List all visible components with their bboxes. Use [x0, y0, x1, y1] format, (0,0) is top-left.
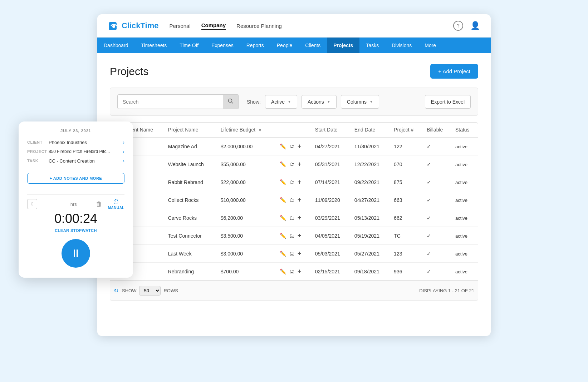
rows-per-page-select[interactable]: 50 25 100 — [139, 286, 161, 296]
hrs-label: hrs — [70, 202, 77, 207]
briefcase-icon[interactable]: 🗂 — [289, 179, 295, 185]
edit-icon[interactable]: ✏️ — [280, 197, 286, 203]
end-date-cell: 12/22/2021 — [351, 155, 390, 173]
add-icon[interactable]: + — [298, 250, 302, 257]
lifetime-budget-header[interactable]: Lifetime Budget ▼ — [217, 123, 276, 137]
row-action-icons: ✏️ 🗂 + — [280, 232, 308, 239]
briefcase-icon[interactable]: 🗂 — [289, 215, 295, 221]
project-num-cell: TC — [390, 227, 423, 245]
client-label: CLIENT — [27, 140, 49, 144]
project-arrow-icon[interactable]: › — [123, 149, 124, 154]
nav-time-off[interactable]: Time Off — [173, 38, 205, 53]
briefcase-icon[interactable]: 🗂 — [289, 268, 295, 274]
add-icon[interactable]: + — [298, 214, 302, 222]
logo[interactable]: ClickTime — [108, 21, 159, 31]
displaying-text: DISPLAYING 1 - 21 OF 21 — [419, 288, 474, 293]
status-cell: active — [452, 263, 478, 281]
lifetime-budget-cell: $3,000.00 — [217, 245, 276, 263]
table-row: › Collect Rocks $10,000.00 ✏️ 🗂 + 11/09/… — [110, 191, 478, 209]
nav-people[interactable]: People — [270, 38, 299, 53]
project-row: PROJECT 850 Firebird Pitch Firebird Pitc… — [27, 149, 124, 154]
client-value: Phoenix Industries — [49, 140, 123, 145]
nav-timesheets[interactable]: Timesheets — [135, 38, 173, 53]
nav-reports[interactable]: Reports — [240, 38, 270, 53]
add-icon[interactable]: + — [298, 196, 302, 204]
add-icon[interactable]: + — [298, 232, 302, 239]
pause-button[interactable]: ⏸ — [62, 239, 90, 268]
add-icon[interactable]: + — [298, 268, 302, 275]
actions-dropdown[interactable]: Actions ▼ — [302, 95, 337, 109]
edit-icon[interactable]: ✏️ — [280, 215, 286, 221]
status-badge: active — [455, 144, 467, 149]
nav-tasks[interactable]: Tasks — [359, 38, 385, 53]
billable-check-icon: ✓ — [427, 144, 431, 149]
status-badge: active — [455, 180, 467, 185]
main-content: Projects + Add Project Show: Active ▼ — [97, 53, 491, 312]
user-icon[interactable]: 👤 — [470, 21, 480, 30]
row-action-icons: ✏️ 🗂 + — [280, 178, 308, 186]
add-icon[interactable]: + — [298, 160, 302, 168]
search-button[interactable] — [223, 95, 239, 109]
nav-resource-planning[interactable]: Resource Planning — [236, 23, 282, 29]
nav-divisions[interactable]: Divisions — [385, 38, 418, 53]
briefcase-icon[interactable]: 🗂 — [289, 143, 295, 149]
refresh-icon[interactable]: ↻ — [114, 287, 118, 294]
export-button[interactable]: Export to Excel — [425, 95, 471, 109]
add-notes-button[interactable]: + ADD NOTES AND MORE — [27, 173, 124, 184]
search-input[interactable] — [118, 95, 223, 108]
help-icon[interactable]: ? — [453, 21, 463, 31]
status-cell: active — [452, 191, 478, 209]
briefcase-icon[interactable]: 🗂 — [289, 161, 295, 167]
edit-icon[interactable]: ✏️ — [280, 233, 286, 239]
nav-projects[interactable]: Projects — [327, 38, 359, 53]
edit-icon[interactable]: ✏️ — [280, 250, 286, 257]
page-header: Projects + Add Project — [110, 64, 478, 79]
nav-company[interactable]: Company — [201, 22, 226, 30]
actions-label: Actions — [308, 99, 324, 105]
manual-group[interactable]: ⏱ MANUAL — [108, 198, 124, 210]
status-cell: active — [452, 209, 478, 227]
add-icon[interactable]: + — [298, 178, 302, 186]
columns-dropdown[interactable]: Columns ▼ — [341, 95, 379, 109]
end-date-cell: 05/13/2021 — [351, 209, 390, 227]
table-row: › Rabbit Rebrand $22,000.00 ✏️ 🗂 + 07/14… — [110, 173, 478, 191]
end-date-cell: 05/19/2021 — [351, 227, 390, 245]
edit-icon[interactable]: ✏️ — [280, 143, 286, 150]
edit-icon[interactable]: ✏️ — [280, 161, 286, 168]
project-num-cell: 662 — [390, 209, 423, 227]
briefcase-icon[interactable]: 🗂 — [289, 250, 295, 257]
nav-dashboard[interactable]: Dashboard — [97, 38, 135, 53]
add-icon[interactable]: + — [298, 143, 302, 150]
stopwatch-widget: JULY 23, 2021 CLIENT Phoenix Industries … — [19, 121, 133, 278]
clear-stopwatch-button[interactable]: CLEAR STOPWATCH — [27, 228, 124, 233]
nav-personal[interactable]: Personal — [170, 23, 191, 29]
status-cell: active — [452, 227, 478, 245]
project-num-cell: 875 — [390, 173, 423, 191]
edit-icon[interactable]: ✏️ — [280, 268, 286, 275]
project-num-header: Project # — [390, 123, 423, 137]
lifetime-budget-cell: $3,500.00 — [217, 227, 276, 245]
stopwatch-date: JULY 23, 2021 — [27, 129, 124, 133]
row-actions-cell: ✏️ 🗂 + — [276, 137, 312, 155]
edit-icon[interactable]: ✏️ — [280, 179, 286, 185]
manual-label: MANUAL — [108, 206, 124, 210]
active-dropdown[interactable]: Active ▼ — [265, 95, 297, 109]
start-date-cell: 03/29/2021 — [312, 209, 351, 227]
add-project-button[interactable]: + Add Project — [430, 64, 478, 79]
client-arrow-icon[interactable]: › — [123, 139, 124, 145]
nav-more[interactable]: More — [418, 38, 442, 53]
nav-clients[interactable]: Clients — [299, 38, 327, 53]
delete-icon[interactable]: 🗑 — [96, 200, 102, 208]
time-input[interactable]: 0 — [27, 199, 37, 209]
sort-icon: ▼ — [258, 128, 262, 132]
row-action-icons: ✏️ 🗂 + — [280, 160, 308, 168]
search-icon — [228, 98, 234, 104]
end-date-cell: 05/27/2021 — [351, 245, 390, 263]
briefcase-icon[interactable]: 🗂 — [289, 233, 295, 239]
lifetime-budget-cell: $55,000.00 — [217, 155, 276, 173]
briefcase-icon[interactable]: 🗂 — [289, 197, 295, 203]
svg-point-1 — [112, 25, 115, 28]
nav-expenses[interactable]: Expenses — [205, 38, 240, 53]
task-arrow-icon[interactable]: › — [123, 158, 124, 164]
row-actions-cell: ✏️ 🗂 + — [276, 173, 312, 191]
